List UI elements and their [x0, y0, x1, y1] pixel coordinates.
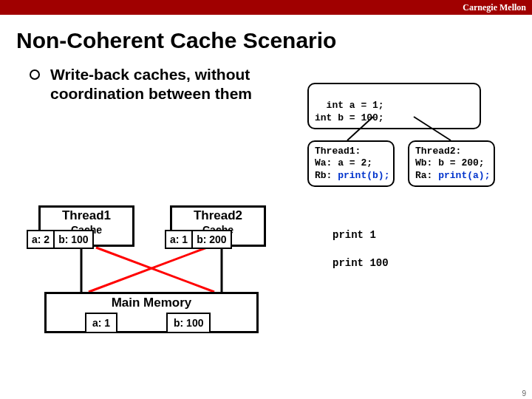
cache1-b: b: 100 — [53, 230, 93, 249]
brand-text: Carnegie Mellon — [463, 2, 526, 13]
cache2-b: b: 200 — [191, 230, 231, 249]
cache1-title: Thread1 — [41, 208, 132, 223]
t1-l2a: Rb: — [315, 170, 338, 181]
svg-line-4 — [96, 248, 214, 292]
t2-name: Thread2: — [415, 146, 461, 157]
t1-name: Thread1: — [315, 146, 361, 157]
shared-code-text: int a = 1; int b = 100; — [315, 100, 384, 123]
page-number: 9 — [522, 389, 526, 398]
memory-a: a: 1 — [85, 313, 117, 333]
cache1-cells: a: 2 b: 100 — [27, 230, 92, 249]
t1-l2b: print(b); — [338, 170, 389, 181]
cache1-a: a: 2 — [27, 230, 55, 249]
cache2-a: a: 1 — [165, 230, 193, 249]
t2-l2b: print(a); — [438, 170, 490, 181]
shared-code-box: int a = 1; int b = 100; — [307, 83, 481, 129]
slide-title: Non-Coherent Cache Scenario — [0, 15, 532, 58]
thread1-code-box: Thread1: Wa: a = 2; Rb: print(b); — [307, 140, 395, 187]
t1-l1: Wa: a = 2; — [315, 157, 372, 168]
print-output-1: print 1 — [332, 229, 376, 241]
memory-title: Main Memory — [47, 294, 256, 310]
svg-line-5 — [89, 248, 207, 292]
thread2-code-box: Thread2: Wb: b = 200; Ra: print(a); — [408, 140, 495, 187]
t2-l1: Wb: b = 200; — [415, 157, 485, 168]
connector-lines — [0, 0, 532, 399]
t2-l2a: Ra: — [415, 170, 438, 181]
top-bar: Carnegie Mellon — [0, 0, 532, 15]
bullet-text: Write-back caches, without coordination … — [50, 65, 287, 104]
memory-b: b: 100 — [166, 313, 211, 333]
bullet-marker-icon — [30, 69, 40, 80]
cache2-cells: a: 1 b: 200 — [165, 230, 231, 249]
cache2-title: Thread2 — [172, 208, 264, 223]
main-memory-box: Main Memory — [44, 292, 259, 333]
print-output-2: print 100 — [332, 257, 389, 269]
